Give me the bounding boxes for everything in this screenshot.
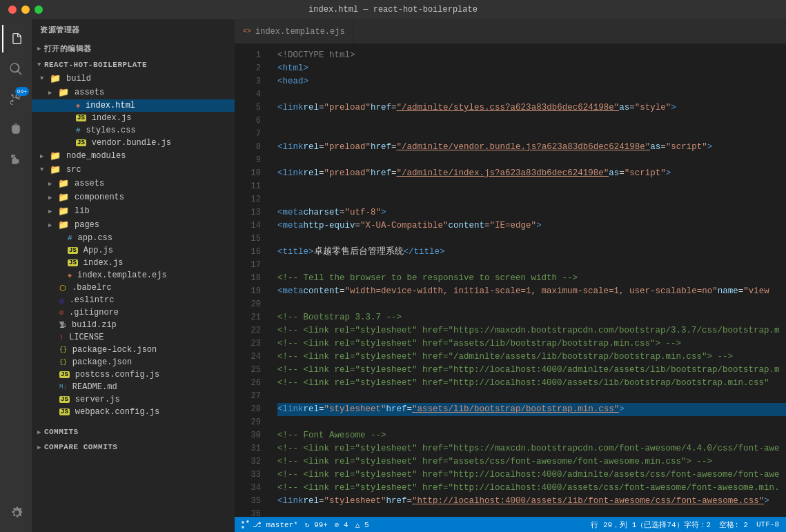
minimize-button[interactable]	[21, 6, 30, 14]
sidebar-item-settings[interactable]	[2, 499, 30, 526]
token-tag: >	[536, 219, 542, 233]
token-attr: rel	[304, 403, 320, 416]
line-number-11: 11	[235, 180, 261, 193]
compare-commits-section[interactable]: ▶ COMPARE COMMITS	[32, 439, 235, 454]
line-number-5: 5	[235, 101, 261, 115]
maximize-button[interactable]	[35, 6, 43, 14]
tree-item-app-css[interactable]: #app.css	[32, 232, 235, 244]
token-attr: content	[449, 219, 485, 233]
folder-arrow: ▼	[40, 75, 50, 82]
warnings-status[interactable]: △ 5	[355, 520, 369, 529]
token-tag: >	[707, 141, 713, 154]
line-number-29: 29	[235, 416, 261, 429]
tree-item-index-html[interactable]: ◈index.html	[32, 99, 235, 112]
sync-status[interactable]: ↻ 99+	[305, 520, 328, 529]
tree-item-license[interactable]: !LICENSE	[32, 331, 235, 344]
token-attr: as	[619, 101, 629, 115]
tree-item-webpack-config[interactable]: JSwebpack.config.js	[32, 406, 235, 418]
tab-index-template[interactable]: <>index.template.ejs	[235, 19, 354, 43]
tree-item-src[interactable]: ▼📁src	[32, 163, 235, 177]
code-line-15	[277, 233, 786, 246]
tree-item-assets[interactable]: ▶📁assets	[32, 86, 235, 99]
code-editor[interactable]: 1234567891011121314151617181920212223242…	[235, 43, 786, 517]
tree-item-vendor-bundle[interactable]: JSvendor.bundle.js	[32, 137, 235, 149]
code-content[interactable]: <!DOCTYPE html><html> <head> <link rel="…	[266, 43, 786, 517]
tree-item-eslintrc[interactable]: ◎.eslintrc	[32, 294, 235, 306]
token-str: "utf-8"	[345, 206, 382, 219]
open-editors-section[interactable]: ▶ 打开的编辑器	[32, 39, 235, 57]
tree-item-app-js[interactable]: JSApp.js	[32, 244, 235, 257]
tree-item-label: styles.css	[86, 126, 136, 135]
sidebar-item-search[interactable]	[2, 55, 30, 83]
close-button[interactable]	[8, 6, 17, 14]
token-tag: <html>	[277, 62, 308, 75]
tree-item-index-js-build[interactable]: JSindex.js	[32, 112, 235, 124]
code-line-23: <!-- <link rel="stylesheet" href="assets…	[277, 337, 786, 351]
tree-item-label: lib	[75, 206, 90, 216]
tree-item-index-template[interactable]: ◈index.template.ejs	[32, 269, 235, 282]
tree-item-label: package.json	[72, 357, 132, 367]
token-attr: charset	[304, 206, 340, 219]
tree-item-label: index.js	[92, 113, 132, 123]
tree-item-package-lock[interactable]: {}package-lock.json	[32, 344, 235, 356]
folder-icon: 📁	[58, 219, 69, 230]
tree-item-pages[interactable]: ▶📁pages	[32, 218, 235, 232]
sidebar-item-git[interactable]: 99+	[2, 86, 30, 113]
line-number-3: 3	[235, 75, 261, 88]
git-branch[interactable]: ⎇ master*	[242, 520, 298, 529]
token-comment: <!-- <link rel="stylesheet" href="/admin…	[277, 351, 733, 364]
token-attr: href	[371, 167, 391, 180]
token-comment: <!-- <link rel="stylesheet" href="https:…	[277, 324, 780, 337]
line-number-18: 18	[235, 272, 261, 285]
status-left: ⎇ master* ↻ 99+ ⊘ 4 △ 5	[242, 520, 369, 529]
tree-item-components[interactable]: ▶📁components	[32, 190, 235, 204]
tree-item-styles-css[interactable]: #styles.css	[32, 124, 235, 137]
tree-item-node_modules[interactable]: ▶📁node_modules	[32, 149, 235, 163]
sidebar-item-extensions[interactable]	[2, 146, 30, 174]
babelrc-icon: ⬡	[59, 284, 66, 293]
code-line-7	[277, 128, 786, 141]
tree-item-label: LICENSE	[69, 333, 104, 342]
editor-area: #font-awesome.cssJSwebpack.config.js<>in…	[235, 19, 786, 532]
project-section[interactable]: ▼ REACT-HOT-BOILERPLATE	[32, 57, 235, 72]
folder-arrow: ▶	[48, 208, 58, 215]
token-tag: <meta	[277, 206, 304, 219]
token-attr: href	[386, 403, 407, 416]
tree-item-label: index.html	[86, 101, 135, 110]
code-line-22: <!-- <link rel="stylesheet" href="https:…	[277, 324, 786, 337]
token-tag: >	[381, 206, 386, 219]
tree-item-assets-src[interactable]: ▶📁assets	[32, 177, 235, 190]
tree-item-readme[interactable]: M↓README.md	[32, 381, 235, 393]
commits-arrow: ▶	[37, 428, 41, 436]
tree-item-index-js-src[interactable]: JSindex.js	[32, 257, 235, 269]
icon-bar: 99+	[0, 19, 32, 532]
tree-item-server-js[interactable]: JSserver.js	[32, 393, 235, 406]
tree-item-babelrc[interactable]: ⬡.babelrc	[32, 282, 235, 294]
line-number-31: 31	[235, 442, 261, 455]
css-icon: #	[68, 234, 72, 242]
tree-item-build-zip[interactable]: 🗜build.zip	[32, 319, 235, 331]
folder-arrow: ▶	[48, 180, 58, 188]
token-tag: <link	[277, 141, 304, 154]
code-line-36	[277, 508, 786, 517]
line-number-20: 20	[235, 298, 261, 311]
tree-item-gitignore[interactable]: ⊙.gitignore	[32, 306, 235, 319]
eslint-icon: ◎	[59, 296, 64, 305]
token-attr: href	[371, 141, 391, 154]
line-number-24: 24	[235, 351, 261, 364]
tree-item-lib[interactable]: ▶📁lib	[32, 204, 235, 218]
tree-item-label: server.js	[75, 395, 120, 404]
folder-arrow: ▶	[40, 152, 50, 160]
token-tag: >	[666, 167, 671, 180]
tree-item-label: build.zip	[72, 320, 117, 330]
tree-item-build[interactable]: ▼📁build	[32, 72, 235, 86]
sidebar-item-files[interactable]	[2, 25, 30, 52]
tabs-container: #font-awesome.cssJSwebpack.config.js<>in…	[235, 19, 354, 43]
tree-item-package-json[interactable]: {}package.json	[32, 356, 235, 368]
tree-item-postcss-config[interactable]: JSpostcss.config.js	[32, 368, 235, 381]
window-controls[interactable]	[8, 6, 43, 14]
sidebar-item-debug[interactable]	[2, 116, 30, 144]
errors-status[interactable]: ⊘ 4	[335, 520, 348, 529]
commits-section[interactable]: ▶ COMMITS	[32, 424, 235, 439]
folder-icon: 📁	[58, 206, 69, 217]
